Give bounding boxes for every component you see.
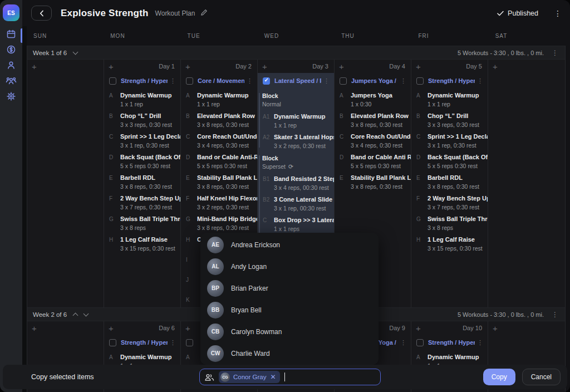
exercise-row[interactable]: C Sprint >> 1 Leg Declarations 3 x 1 rep… — [104, 133, 180, 149]
workout-card[interactable]: Jumpers Yoga / Core ⋮ — [335, 73, 411, 190]
edit-title-button[interactable] — [200, 8, 208, 18]
exercise-row[interactable]: E Stability Ball Plank Linear ... 3 x 8 … — [181, 174, 257, 190]
add-workout-button[interactable]: + — [185, 324, 190, 332]
expand-week-icon[interactable] — [73, 49, 78, 55]
exercise-row[interactable]: E Stability Ball Plank Linear ... 3 x 8 … — [335, 174, 411, 190]
user-option[interactable]: AE Andrea Erickson — [200, 234, 379, 256]
workout-menu-icon[interactable]: ⋮ — [477, 339, 483, 346]
exercise-row[interactable]: F 2 Way Bench Step Up 3 x 7 reps, 0:30 r… — [411, 195, 488, 211]
add-workout-button[interactable]: + — [109, 324, 114, 332]
add-workout-button[interactable]: + — [416, 62, 421, 71]
workout-menu-icon[interactable]: ⋮ — [170, 339, 176, 346]
workout-menu-icon[interactable]: ⋮ — [400, 339, 406, 346]
user-option[interactable]: CW Charlie Ward — [200, 342, 379, 364]
exercise-row[interactable]: B Elevated Plank Row 3 x 8 reps, 0:30 re… — [181, 112, 257, 129]
exercise-row[interactable]: D Band or Cable Anti-Rotati... 5 x 5 rep… — [181, 154, 257, 170]
sidebar-item-settings[interactable] — [0, 91, 22, 101]
exercise-row[interactable]: D Back Squat (Back Off Set) 5 x 5 reps 0… — [411, 154, 488, 170]
exercise-row[interactable]: B1 Band Resisted 2 Step Late... 3 x 4 re… — [258, 175, 334, 192]
exercise-row[interactable]: A2 Skater 3 Lateral Hops >> ... 3 x 2 re… — [258, 134, 334, 150]
workout-checkbox[interactable] — [109, 339, 116, 346]
user-option[interactable]: CB Carolyn Bowman — [200, 321, 379, 342]
back-button[interactable] — [31, 6, 52, 21]
sidebar-item-athletes[interactable] — [0, 60, 22, 70]
add-workout-button[interactable]: + — [262, 62, 267, 71]
workout-title[interactable]: Lateral Speed / Plyo — [274, 77, 321, 84]
exercise-row[interactable]: D Back Squat (Back Off Set) 5 x 5 reps 0… — [104, 154, 180, 170]
workout-title[interactable]: Strength / Hypertro... — [428, 77, 475, 84]
workout-menu-icon[interactable]: ⋮ — [477, 77, 483, 85]
exercise-row[interactable]: A Jumpers Yoga 1 x 0:30 — [335, 92, 411, 108]
workout-card[interactable]: Strength / Hypertro... ⋮ — [411, 73, 488, 252]
copy-button[interactable]: Copy — [483, 369, 515, 385]
exercise-row[interactable]: B Chop “L” Drill 3 x 3 reps, 0:30 rest — [104, 112, 180, 129]
workout-checkbox[interactable] — [416, 77, 424, 85]
exercise-row[interactable]: B Elevated Plank Row 3 x 8 reps, 0:30 re… — [335, 112, 411, 129]
workout-menu-icon[interactable]: ⋮ — [323, 77, 330, 85]
workout-checkbox[interactable] — [186, 339, 193, 346]
workout-menu-icon[interactable]: ⋮ — [170, 77, 176, 85]
more-menu-icon[interactable]: ⋮ — [554, 9, 562, 18]
exercise-row[interactable]: C Sprint >> 1 Leg Declarations 3 x 1 rep… — [411, 133, 488, 149]
exercise-row[interactable]: C Box Drop >> 3 Lateral H... 1 x 1 reps — [258, 217, 334, 233]
sidebar-item-billing[interactable] — [0, 45, 22, 55]
exercise-row[interactable]: B2 3 Cone Lateral Slide 3 x 1 rep, 00:30… — [258, 196, 334, 212]
exercise-row[interactable]: G Swiss Ball Triple Threat 3 x 8 reps — [411, 215, 488, 232]
workout-menu-icon[interactable]: ⋮ — [400, 77, 406, 85]
exercise-row[interactable]: A Dynamic Warmup 1 x 1 rep — [411, 92, 488, 108]
workout-checkbox[interactable] — [109, 77, 116, 85]
add-workout-button[interactable]: + — [32, 62, 37, 71]
user-option[interactable]: BB Bryan Bell — [200, 299, 379, 321]
workout-block: ⟳ A — [104, 92, 180, 252]
workout-card[interactable]: Strength / Hypertro... ⋮ — [104, 73, 180, 252]
workout-checkbox[interactable] — [263, 77, 270, 85]
exercise-row[interactable]: C Core Reach Out/Under 3 x 4 reps, 0:30 … — [335, 133, 411, 149]
exercise-row[interactable]: G Swiss Ball Triple Threat 3 x 8 reps — [104, 215, 180, 232]
exercise-name: Sprint >> 1 Leg Declarations — [428, 133, 488, 140]
remove-assignee-icon[interactable]: ✕ — [270, 373, 276, 381]
sidebar-item-teams[interactable] — [0, 76, 22, 86]
exercise-row[interactable]: B Chop “L” Drill 3 x 3 reps, 0:30 rest — [411, 112, 488, 129]
add-workout-button[interactable]: + — [416, 324, 421, 332]
exercise-name: Elevated Plank Row — [351, 112, 411, 120]
cancel-button[interactable]: Cancel — [522, 369, 561, 385]
add-workout-button[interactable]: + — [32, 324, 37, 332]
week-menu-icon[interactable]: ⋮ — [552, 311, 558, 318]
workout-checkbox[interactable] — [186, 77, 193, 85]
exercise-row[interactable]: F Half Kneel Hip Flexor Rais... 3 x 2 re… — [181, 195, 257, 211]
exercise-row[interactable]: A1 Dynamic Warmup 1 x 1 rep — [258, 113, 334, 129]
expand-week-icon[interactable] — [83, 311, 89, 316]
assignee-input[interactable]: CG Conor Gray ✕ — [199, 369, 381, 385]
publish-status[interactable]: Published — [497, 9, 538, 17]
workout-title[interactable]: Strength / Hypertro... — [121, 339, 168, 346]
exercise-row[interactable]: G Mini-Band Hip Bridge w/ ... 3 x 8 reps… — [181, 215, 257, 232]
assignee-chip[interactable]: CG Conor Gray ✕ — [219, 371, 280, 383]
collapse-week-icon[interactable] — [73, 313, 78, 318]
workout-title[interactable]: Strength / Hypertro... — [428, 339, 475, 346]
exercise-row[interactable]: E Barbell RDL 3 x 8 reps, 0:30 rest — [411, 174, 488, 190]
workout-title[interactable]: Jumpers Yoga / Core — [351, 77, 398, 84]
sidebar-item-calendar[interactable] — [0, 29, 22, 39]
exercise-row[interactable]: D Band or Cable Anti Rotati... 5 x 5 rep… — [335, 154, 411, 170]
exercise-row[interactable]: A Dynamic Warmup 1 x 1 rep — [181, 92, 257, 108]
workout-title[interactable]: Core / Movement Q... — [198, 77, 244, 84]
app-logo[interactable]: ES — [3, 4, 19, 21]
exercise-row[interactable]: A Dynamic Warmup 1 x 1 rep — [104, 92, 180, 108]
user-option[interactable]: AL Andy Logan — [200, 256, 379, 277]
workout-title[interactable]: Strength / Hypertro... — [121, 77, 168, 84]
exercise-row[interactable]: H 1 Leg Calf Raise 3 x 15 reps, 0:30 res… — [104, 236, 180, 252]
exercise-row[interactable]: F 2 Way Bench Step Up 3 x 7 reps, 0:30 r… — [104, 195, 180, 211]
add-workout-button[interactable]: + — [109, 62, 114, 71]
week-menu-icon[interactable]: ⋮ — [552, 49, 558, 57]
exercise-row[interactable]: H 1 Leg Calf Raise 3 x 15 reps, 0:30 res… — [411, 236, 488, 252]
add-workout-button[interactable]: + — [493, 324, 498, 332]
add-workout-button[interactable]: + — [339, 62, 344, 71]
exercise-row[interactable]: C Core Reach Out/Under 3 x 4 reps, 0:30 … — [181, 133, 257, 149]
workout-checkbox[interactable] — [416, 339, 424, 346]
user-option[interactable]: BP Brian Parker — [200, 277, 379, 299]
exercise-row[interactable]: E Barbell RDL 3 x 8 reps, 0:30 rest — [104, 174, 180, 190]
workout-checkbox[interactable] — [340, 77, 347, 85]
add-workout-button[interactable]: + — [493, 62, 498, 71]
workout-menu-icon[interactable]: ⋮ — [247, 77, 253, 85]
add-workout-button[interactable]: + — [185, 62, 190, 71]
